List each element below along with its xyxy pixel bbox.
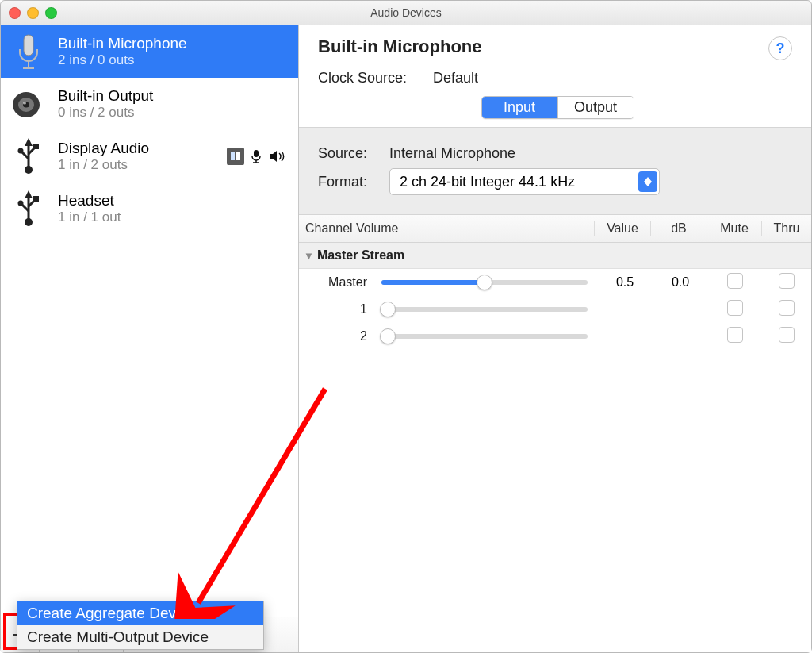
device-name: Built-in Microphone xyxy=(58,35,290,53)
channel-label: Master xyxy=(304,275,373,290)
window: Audio Devices Built-in Microphone xyxy=(0,0,812,653)
usb-icon xyxy=(9,136,48,176)
mute-checkbox[interactable] xyxy=(727,300,743,316)
channel-row-master: Master 0.5 0.0 xyxy=(299,269,811,296)
io-tabs: Input Output xyxy=(481,96,634,119)
default-output-icon xyxy=(268,148,285,165)
device-io: 1 in / 2 outs xyxy=(58,157,217,173)
device-name: Display Audio xyxy=(58,140,217,158)
svg-point-6 xyxy=(23,102,26,105)
col-mute[interactable]: Mute xyxy=(707,221,762,236)
device-item-headset[interactable]: Headset 1 in / 1 out xyxy=(1,182,298,235)
speaker-icon xyxy=(9,84,48,124)
svg-marker-20 xyxy=(25,190,33,198)
svg-point-10 xyxy=(18,148,24,154)
svg-point-21 xyxy=(18,201,24,206)
col-thru[interactable]: Thru xyxy=(762,221,811,236)
device-defaults xyxy=(227,148,285,165)
svg-rect-12 xyxy=(228,149,243,163)
tab-output[interactable]: Output xyxy=(557,97,634,118)
col-db[interactable]: dB xyxy=(651,221,707,236)
svg-rect-14 xyxy=(236,152,240,160)
device-item-built-in-microphone[interactable]: Built-in Microphone 2 ins / 0 outs xyxy=(1,25,298,78)
input-settings: Source: Internal Microphone Format: 2 ch… xyxy=(299,128,811,215)
source-value: Internal Microphone xyxy=(389,145,515,162)
source-label: Source: xyxy=(318,145,389,162)
col-channel-volume[interactable]: Channel Volume xyxy=(299,221,595,236)
device-sidebar: Built-in Microphone 2 ins / 0 outs xyxy=(1,25,299,652)
svg-rect-22 xyxy=(33,196,39,202)
device-name: Headset xyxy=(58,192,290,210)
channel-value: 0.5 xyxy=(597,275,653,290)
menu-item-create-multi-output[interactable]: Create Multi-Output Device xyxy=(17,625,263,649)
mute-checkbox[interactable] xyxy=(727,273,743,289)
clock-source-label: Clock Source: xyxy=(318,70,429,86)
device-item-display-audio[interactable]: Display Audio 1 in / 2 outs xyxy=(1,130,298,182)
channel-db: 0.0 xyxy=(653,275,708,290)
clock-source-row: Clock Source: Default xyxy=(318,70,797,86)
menu-item-create-aggregate[interactable]: Create Aggregate Device xyxy=(17,601,263,625)
volume-slider-2[interactable] xyxy=(381,334,588,339)
channel-label: 2 xyxy=(304,329,373,344)
add-device-menu: Create Aggregate Device Create Multi-Out… xyxy=(17,601,264,650)
svg-rect-0 xyxy=(24,35,33,56)
window-title: Audio Devices xyxy=(1,6,811,19)
mute-checkbox[interactable] xyxy=(727,327,743,343)
tab-input[interactable]: Input xyxy=(482,97,557,118)
volume-slider-master[interactable] xyxy=(381,280,588,285)
default-input-icon xyxy=(247,148,265,165)
stream-name: Master Stream xyxy=(317,248,404,263)
format-value: 2 ch 24-bit Integer 44.1 kHz xyxy=(400,174,638,190)
channel-row-1: 1 xyxy=(299,296,811,323)
format-label: Format: xyxy=(318,174,389,190)
help-button[interactable]: ? xyxy=(768,36,792,60)
col-value[interactable]: Value xyxy=(595,221,651,236)
microphone-icon xyxy=(9,32,48,71)
channel-table-header: Channel Volume Value dB Mute Thru xyxy=(299,215,811,243)
device-list: Built-in Microphone 2 ins / 0 outs xyxy=(1,25,298,617)
svg-marker-37 xyxy=(644,182,652,186)
channel-row-2: 2 xyxy=(299,323,811,350)
disclosure-triangle-icon[interactable]: ▼ xyxy=(304,250,314,262)
format-select[interactable]: 2 ch 24-bit Integer 44.1 kHz xyxy=(389,168,660,195)
thru-checkbox[interactable] xyxy=(779,300,795,316)
device-name: Built-in Output xyxy=(58,87,290,106)
thru-checkbox[interactable] xyxy=(779,273,795,289)
device-io: 2 ins / 0 outs xyxy=(58,52,290,68)
device-detail: Built-in Microphone ? Clock Source: Defa… xyxy=(299,25,811,652)
device-io: 1 in / 1 out xyxy=(58,209,290,225)
thru-checkbox[interactable] xyxy=(779,327,795,343)
clock-source-value: Default xyxy=(433,70,478,86)
usb-icon xyxy=(9,189,48,229)
system-sound-icon xyxy=(227,148,244,165)
svg-rect-13 xyxy=(231,152,235,160)
master-stream-row[interactable]: ▼ Master Stream xyxy=(299,243,811,269)
svg-rect-15 xyxy=(254,150,259,157)
svg-rect-11 xyxy=(33,144,39,149)
device-io: 0 ins / 2 outs xyxy=(58,105,290,121)
volume-slider-1[interactable] xyxy=(381,307,588,312)
stepper-icon xyxy=(638,171,657,192)
device-item-built-in-output[interactable]: Built-in Output 0 ins / 2 outs xyxy=(1,78,298,130)
detail-title: Built-in Microphone xyxy=(318,36,482,57)
titlebar: Audio Devices xyxy=(1,1,811,25)
svg-marker-9 xyxy=(25,138,33,146)
channel-label: 1 xyxy=(304,302,373,317)
